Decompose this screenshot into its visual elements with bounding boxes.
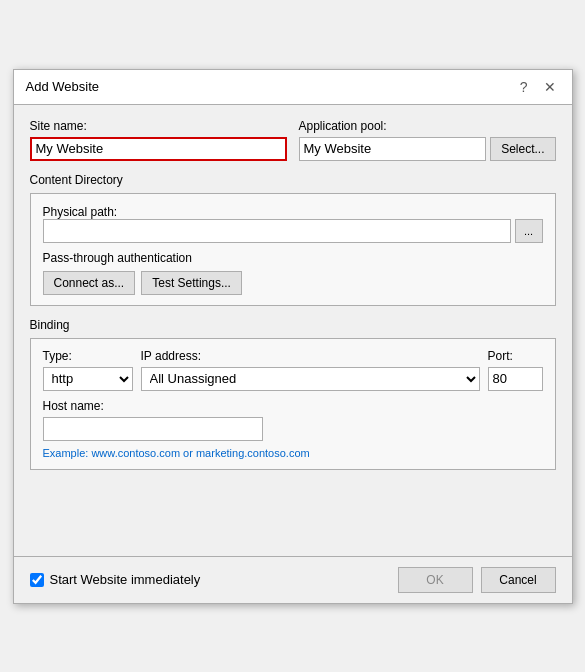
binding-section-title: Binding: [30, 318, 556, 332]
auth-buttons: Connect as... Test Settings...: [43, 271, 543, 295]
dialog-title: Add Website: [26, 79, 99, 94]
ok-cancel-buttons: OK Cancel: [398, 567, 556, 593]
add-website-dialog: Add Website ? ✕ Site name: Application p…: [13, 69, 573, 604]
ok-button[interactable]: OK: [398, 567, 473, 593]
hostname-label: Host name:: [43, 399, 543, 413]
cancel-button[interactable]: Cancel: [481, 567, 556, 593]
type-label: Type:: [43, 349, 133, 363]
physical-path-label: Physical path:: [43, 205, 118, 219]
content-directory-box: Physical path: ... Pass-through authenti…: [30, 193, 556, 306]
test-settings-button[interactable]: Test Settings...: [141, 271, 242, 295]
start-website-checkbox[interactable]: [30, 573, 44, 587]
physical-path-input[interactable]: [43, 219, 511, 243]
app-pool-select-button[interactable]: Select...: [490, 137, 555, 161]
connect-as-button[interactable]: Connect as...: [43, 271, 136, 295]
title-bar-controls: ? ✕: [516, 78, 560, 96]
example-text: Example: www.contoso.com or marketing.co…: [43, 447, 543, 459]
ip-label: IP address:: [141, 349, 480, 363]
ip-group: IP address: All Unassigned: [141, 349, 480, 391]
browse-button[interactable]: ...: [515, 219, 543, 243]
title-bar: Add Website ? ✕: [14, 70, 572, 105]
content-directory-title: Content Directory: [30, 173, 556, 187]
physical-path-row: ...: [43, 219, 543, 243]
hostname-group: Host name:: [43, 399, 543, 441]
type-group: Type: http https: [43, 349, 133, 391]
bottom-row: Start Website immediately OK Cancel: [14, 556, 572, 603]
site-name-label: Site name:: [30, 119, 287, 133]
site-name-input[interactable]: [30, 137, 287, 161]
port-label: Port:: [488, 349, 543, 363]
ip-select[interactable]: All Unassigned: [141, 367, 480, 391]
start-website-label: Start Website immediately: [50, 572, 201, 587]
title-bar-left: Add Website: [26, 79, 99, 94]
start-website-row: Start Website immediately: [30, 572, 201, 587]
app-pool-input[interactable]: [299, 137, 487, 161]
site-name-group: Site name:: [30, 119, 287, 161]
passthrough-label: Pass-through authentication: [43, 251, 543, 265]
dialog-body: Site name: Application pool: Select... C…: [14, 105, 572, 496]
app-pool-label: Application pool:: [299, 119, 556, 133]
binding-row1: Type: http https IP address: All Unassig…: [43, 349, 543, 391]
close-button[interactable]: ✕: [540, 78, 560, 96]
content-spacer: [14, 496, 572, 556]
app-pool-group: Application pool: Select...: [299, 119, 556, 161]
content-directory-section: Content Directory Physical path: ... Pas…: [30, 173, 556, 306]
help-button[interactable]: ?: [516, 78, 532, 96]
binding-section: Binding Type: http https IP address:: [30, 318, 556, 470]
binding-box: Type: http https IP address: All Unassig…: [30, 338, 556, 470]
port-group: Port:: [488, 349, 543, 391]
type-select[interactable]: http https: [43, 367, 133, 391]
top-row: Site name: Application pool: Select...: [30, 119, 556, 161]
port-input[interactable]: [488, 367, 543, 391]
hostname-input[interactable]: [43, 417, 263, 441]
